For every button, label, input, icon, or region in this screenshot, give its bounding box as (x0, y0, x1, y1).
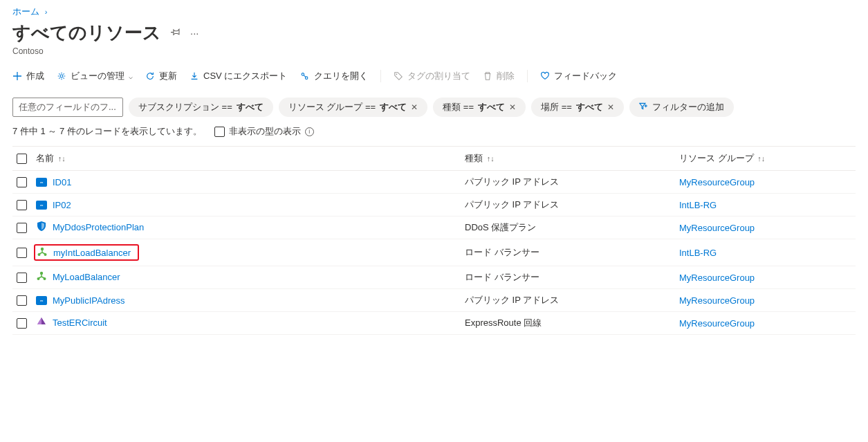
resource-link[interactable]: myIntLoadBalancer (53, 248, 131, 258)
resource-link[interactable]: MyLoadBalancer (53, 272, 120, 282)
svg-point-0 (60, 75, 63, 77)
public-ip-icon: ⎓ (36, 178, 47, 187)
filter-type-value: すべて (478, 101, 505, 113)
toolbar-separator (527, 70, 528, 82)
gear-icon (57, 71, 66, 81)
sort-icon: ↑↓ (58, 154, 66, 163)
assign-tags-button: タグの割り当て (394, 70, 470, 82)
assign-tags-label: タグの割り当て (407, 70, 470, 82)
column-rg-header[interactable]: リソース グループ ↑↓ (675, 147, 856, 171)
open-query-label: クエリを開く (314, 70, 368, 82)
filter-add-icon (639, 102, 648, 113)
row-checkbox[interactable] (17, 223, 27, 233)
close-icon[interactable]: ✕ (411, 102, 418, 112)
resource-group-link[interactable]: IntLB-RG (679, 200, 717, 210)
column-type-label: 種類 (465, 153, 483, 163)
filter-subscription[interactable]: サブスクリプション == すべて (129, 98, 273, 117)
column-type-header[interactable]: 種類 ↑↓ (461, 147, 675, 171)
status-row: 7 件中 1 ～ 7 件のレコードを表示しています。 非表示の型の表示 i (12, 125, 856, 138)
add-filter-label: フィルターの追加 (652, 101, 724, 113)
page-title: すべてのリソース (12, 21, 161, 45)
filter-type[interactable]: 種類 == すべて ✕ (433, 98, 526, 117)
breadcrumb-home[interactable]: ホーム (12, 6, 39, 17)
sort-icon: ↑↓ (487, 154, 495, 163)
manage-view-button[interactable]: ビューの管理 ⌵ (57, 70, 133, 82)
record-count: 7 件中 1 ～ 7 件のレコードを表示しています。 (12, 125, 202, 138)
chevron-down-icon: ⌵ (129, 73, 133, 80)
resource-link[interactable]: MyDdosProtectionPlan (53, 222, 144, 232)
add-filter-button[interactable]: フィルターの追加 (629, 98, 734, 117)
manage-view-label: ビューの管理 (71, 70, 124, 82)
tag-icon (394, 71, 403, 81)
resource-type: ロード バランサー (461, 239, 675, 266)
query-icon (299, 71, 310, 81)
table-row: MyLoadBalancer ロード バランサー MyResourceGroup (12, 266, 856, 289)
filter-subscription-value: すべて (237, 101, 264, 113)
filter-location[interactable]: 場所 == すべて ✕ (531, 98, 624, 117)
resource-type: ロード バランサー (461, 266, 675, 289)
resource-group-link[interactable]: MyResourceGroup (679, 318, 755, 329)
column-rg-label: リソース グループ (679, 153, 754, 163)
open-query-button[interactable]: クエリを開く (299, 70, 368, 82)
svg-point-7 (40, 272, 43, 275)
create-button[interactable]: 作成 (12, 70, 44, 82)
row-checkbox[interactable] (17, 318, 27, 329)
page-subtitle: Contoso (12, 46, 856, 56)
sort-icon: ↑↓ (757, 154, 765, 163)
resource-group-link[interactable]: MyResourceGroup (679, 223, 755, 233)
filter-rg-value: すべて (380, 101, 407, 113)
row-checkbox[interactable] (17, 295, 27, 306)
table-row: myIntLoadBalancer ロード バランサー IntLB-RG (12, 239, 856, 266)
row-checkbox[interactable] (17, 200, 27, 210)
breadcrumb: ホーム › (12, 6, 856, 18)
load-balancer-icon (36, 270, 47, 284)
resource-link[interactable]: MyPublicIPAdress (53, 295, 125, 306)
table-row: ⎓ID01 パブリック IP アドレス MyResourceGroup (12, 171, 856, 194)
filter-location-label: 場所 == (541, 101, 572, 113)
search-input[interactable]: 任意のフィールドのフ... (12, 98, 123, 117)
resource-type: DDoS 保護プラン (461, 217, 675, 239)
filter-location-value: すべて (576, 101, 603, 113)
resource-type: パブリック IP アドレス (461, 171, 675, 194)
download-icon (190, 71, 199, 81)
resource-group-link[interactable]: MyResourceGroup (679, 295, 755, 306)
resource-group-link[interactable]: MyResourceGroup (679, 177, 755, 187)
public-ip-icon: ⎓ (36, 201, 47, 210)
info-icon[interactable]: i (305, 127, 314, 136)
resource-link[interactable]: IP02 (53, 200, 71, 210)
delete-button: 削除 (483, 70, 515, 82)
resource-type: ExpressRoute 回線 (461, 312, 675, 335)
filter-resource-group[interactable]: リソース グループ == すべて ✕ (279, 98, 427, 117)
close-icon[interactable]: ✕ (509, 102, 516, 112)
trash-icon (483, 71, 492, 81)
feedback-button[interactable]: フィードバック (540, 70, 617, 82)
more-icon[interactable]: ··· (190, 27, 199, 39)
export-csv-button[interactable]: CSV にエクスポート (190, 70, 287, 82)
pin-icon[interactable] (171, 27, 181, 39)
load-balancer-icon (37, 246, 48, 259)
filter-type-label: 種類 == (443, 101, 474, 113)
resource-link[interactable]: TestERCircuit (53, 317, 107, 328)
shield-icon (36, 221, 47, 234)
row-checkbox[interactable] (17, 273, 27, 283)
show-hidden-label: 非表示の型の表示 (229, 125, 301, 138)
expressroute-icon (36, 316, 47, 329)
resource-type: パブリック IP アドレス (461, 194, 675, 217)
resource-link[interactable]: ID01 (53, 177, 71, 187)
resource-group-link[interactable]: IntLB-RG (679, 248, 717, 258)
toolbar: 作成 ビューの管理 ⌵ 更新 CSV にエクスポート クエリを開く タグの割り当… (12, 67, 856, 89)
resources-table: 名前 ↑↓ 種類 ↑↓ リソース グループ ↑↓ ⎓ID01 パブリック IP … (12, 146, 856, 335)
row-checkbox[interactable] (17, 177, 27, 187)
show-hidden-checkbox[interactable] (214, 127, 225, 137)
row-checkbox[interactable] (17, 248, 27, 258)
resource-type: パブリック IP アドレス (461, 289, 675, 312)
table-row: TestERCircuit ExpressRoute 回線 MyResource… (12, 312, 856, 335)
refresh-button[interactable]: 更新 (145, 70, 177, 82)
feedback-label: フィードバック (554, 70, 617, 82)
column-name-header[interactable]: 名前 ↑↓ (32, 147, 461, 171)
table-row: ⎓IP02 パブリック IP アドレス IntLB-RG (12, 194, 856, 217)
svg-point-2 (306, 77, 308, 80)
close-icon[interactable]: ✕ (607, 102, 614, 112)
resource-group-link[interactable]: MyResourceGroup (679, 273, 755, 283)
select-all-checkbox[interactable] (17, 154, 27, 164)
